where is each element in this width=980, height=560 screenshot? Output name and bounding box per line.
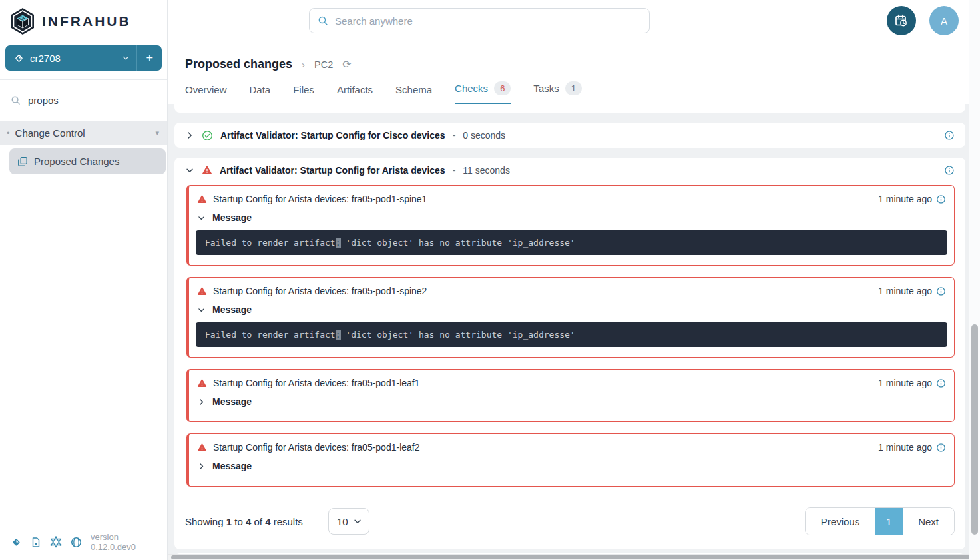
section-bullet-icon: • (7, 128, 10, 138)
search-icon (11, 95, 21, 105)
check-card-header: Startup Config for Arista devices: fra05… (189, 278, 954, 300)
message-label: Message (212, 304, 252, 315)
object-store-icon[interactable] (11, 537, 22, 548)
sidebar-footer: version 0.12.0.dev0 (0, 524, 167, 560)
sidebar-search-input[interactable] (28, 95, 160, 106)
tab-files[interactable]: Files (293, 84, 314, 104)
error-message-code-block: Failed to render artifact: 'dict object'… (196, 230, 947, 255)
brand-name: INFRAHUB (42, 13, 131, 29)
message-label: Message (212, 396, 252, 407)
check-timestamp: 1 minute ago (878, 286, 946, 296)
results-summary: Showing 1 to 4 of 4 results (185, 516, 303, 527)
message-toggle[interactable]: Message (189, 300, 954, 321)
vertical-scrollbar-thumb[interactable] (971, 324, 978, 535)
previous-page-button[interactable]: Previous (806, 508, 875, 535)
chevron-down-icon[interactable] (115, 54, 136, 62)
text-cursor: : (336, 330, 341, 340)
copy-document-icon (17, 156, 28, 167)
next-page-button[interactable]: Next (903, 508, 954, 535)
check-timestamp: 1 minute ago (878, 378, 946, 388)
main-area: A Proposed changes › PC2 ⟳ Overview Data… (168, 0, 980, 560)
global-search-input[interactable] (335, 15, 641, 27)
chevron-down-icon (197, 214, 206, 222)
breadcrumb: Proposed changes › PC2 ⟳ (185, 57, 980, 71)
chevron-down-icon (353, 517, 362, 526)
message-toggle[interactable]: Message (189, 457, 954, 477)
info-icon[interactable] (944, 130, 955, 140)
checks-count-badge: 6 (494, 81, 511, 95)
chevron-right-icon[interactable] (185, 131, 194, 140)
check-title: Startup Config for Arista devices: fra05… (213, 378, 420, 388)
pagination: Showing 1 to 4 of 4 results 10 Previous … (174, 498, 965, 548)
vertical-scrollbar[interactable] (969, 0, 980, 560)
tab-bar: Overview Data Files Artifacts Schema Che… (185, 81, 980, 104)
error-triangle-icon (197, 378, 207, 388)
section-collapse-icon[interactable]: ▾ (155, 129, 159, 137)
info-icon[interactable] (936, 443, 946, 453)
page-size-select[interactable]: 10 (328, 508, 369, 535)
infrahub-hexagon-logo-icon (9, 7, 36, 35)
message-label: Message (212, 212, 252, 223)
topbar: A (168, 0, 980, 41)
schedule-button[interactable] (887, 6, 916, 35)
search-icon (318, 15, 328, 26)
tasks-count-badge: 1 (565, 81, 582, 95)
tab-tasks[interactable]: Tasks 1 (533, 81, 582, 104)
docs-icon[interactable] (31, 537, 41, 548)
sidebar-item-label: Proposed Changes (34, 156, 119, 167)
message-label: Message (212, 461, 252, 471)
sidebar-search[interactable]: ✕ (0, 80, 167, 121)
check-title: Startup Config for Arista devices: fra05… (213, 442, 420, 453)
info-icon[interactable] (944, 165, 955, 176)
validator-duration: 0 seconds (463, 130, 505, 140)
sidebar-spacer (0, 174, 167, 524)
validator-header[interactable]: Artifact Validator: Startup Config for C… (174, 123, 965, 148)
graphql-icon[interactable] (50, 536, 62, 548)
create-branch-button[interactable]: + (137, 45, 162, 71)
check-timestamp: 1 minute ago (878, 442, 946, 453)
tab-data[interactable]: Data (250, 84, 271, 104)
breadcrumb-item[interactable]: PC2 (314, 59, 333, 70)
horizontal-scrollbar-thumb[interactable] (171, 555, 973, 559)
validator-separator: - (453, 130, 456, 140)
swagger-api-icon[interactable] (71, 537, 82, 548)
message-toggle[interactable]: Message (189, 208, 954, 229)
info-icon[interactable] (936, 194, 946, 204)
version-label: version 0.12.0.dev0 (91, 532, 158, 552)
horizontal-scrollbar[interactable] (168, 554, 980, 560)
check-card-spine2: Startup Config for Arista devices: fra05… (186, 277, 955, 358)
info-icon[interactable] (936, 286, 946, 296)
validator-header[interactable]: Artifact Validator: Startup Config for A… (174, 158, 965, 183)
error-triangle-icon (197, 286, 207, 296)
calendar-clock-icon (894, 13, 909, 28)
refresh-icon[interactable]: ⟳ (342, 58, 351, 71)
app-logo[interactable]: INFRAHUB (0, 0, 167, 42)
branch-selector[interactable]: cr2708 + (5, 45, 162, 71)
check-card-header: Startup Config for Arista devices: fra05… (189, 434, 954, 457)
chevron-down-icon[interactable] (185, 166, 194, 175)
pager: Previous 1 Next (805, 507, 955, 535)
chevron-right-icon (197, 398, 206, 406)
check-card-leaf1: Startup Config for Arista devices: fra05… (186, 369, 955, 422)
global-search[interactable] (309, 8, 650, 33)
tab-overview[interactable]: Overview (185, 84, 227, 104)
page-title: Proposed changes (185, 57, 292, 71)
info-icon[interactable] (936, 378, 946, 388)
validator-row-partial (174, 104, 965, 113)
section-label: Change Control (15, 127, 85, 139)
tab-artifacts[interactable]: Artifacts (337, 84, 373, 104)
message-toggle[interactable]: Message (189, 392, 954, 413)
tab-checks[interactable]: Checks 6 (455, 81, 511, 104)
check-card-leaf2: Startup Config for Arista devices: fra05… (186, 433, 955, 487)
user-avatar[interactable]: A (929, 6, 959, 35)
sidebar-section-change-control[interactable]: • Change Control ▾ (0, 121, 167, 145)
page-1-button[interactable]: 1 (875, 508, 903, 535)
check-card-header: Startup Config for Arista devices: fra05… (189, 186, 954, 208)
tab-schema[interactable]: Schema (395, 84, 432, 104)
error-triangle-icon (197, 194, 207, 204)
branch-name: cr2708 (30, 53, 61, 64)
sidebar-item-proposed-changes[interactable]: Proposed Changes (9, 148, 166, 174)
error-triangle-icon (202, 165, 212, 176)
success-check-icon (202, 130, 213, 141)
error-message-code-block: Failed to render artifact: 'dict object'… (196, 322, 947, 347)
